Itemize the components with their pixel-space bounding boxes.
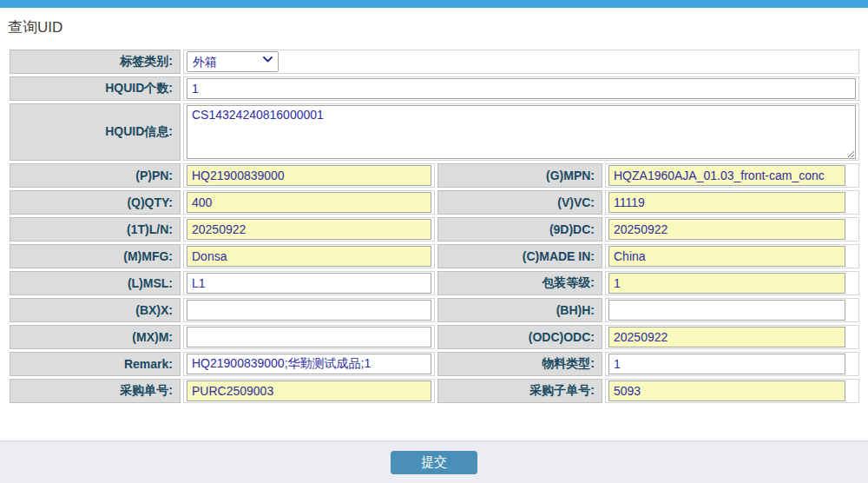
purchase-order-cell bbox=[183, 379, 435, 403]
bx-x-cell bbox=[183, 298, 435, 322]
package-level-label: 包装等级: bbox=[437, 271, 602, 295]
ln-cell bbox=[183, 217, 435, 242]
field-row: Remark:物料类型: bbox=[10, 352, 859, 376]
purchase-sub-order-cell bbox=[605, 379, 859, 403]
field-row: (MX)M:(ODC)ODC: bbox=[10, 325, 859, 349]
odc-cell bbox=[605, 325, 859, 349]
vc-input[interactable] bbox=[608, 192, 845, 213]
pn-cell bbox=[183, 163, 435, 188]
msl-label: (L)MSL: bbox=[10, 271, 181, 295]
purchase-sub-order-input[interactable] bbox=[608, 380, 845, 401]
odc-label: (ODC)ODC: bbox=[437, 325, 602, 349]
package-level-input[interactable] bbox=[608, 273, 845, 294]
hquid-info-label: HQUID信息: bbox=[10, 103, 181, 161]
footer-bar: 提交 bbox=[0, 440, 868, 483]
label-type-select[interactable]: 外箱 bbox=[187, 51, 279, 72]
mfg-cell bbox=[183, 244, 435, 268]
bh-h-input[interactable] bbox=[608, 300, 845, 321]
mfg-input[interactable] bbox=[187, 246, 431, 267]
bh-h-label: (BH)H: bbox=[437, 298, 602, 322]
mpn-input[interactable] bbox=[608, 165, 845, 186]
ln-input[interactable] bbox=[187, 219, 431, 240]
hquid-info-cell: CS14324240816000001 bbox=[183, 103, 859, 161]
field-row: (L)MSL:包装等级: bbox=[10, 271, 859, 295]
material-type-label: 物料类型: bbox=[437, 352, 602, 376]
mpn-label: (G)MPN: bbox=[437, 163, 602, 188]
vc-cell bbox=[605, 190, 859, 215]
label-type-select-wrap: 外箱 bbox=[187, 51, 279, 72]
package-level-cell bbox=[605, 271, 859, 295]
label-type-cell: 外箱 bbox=[183, 50, 859, 74]
page-title: 查询UID bbox=[8, 17, 868, 37]
remark-label: Remark: bbox=[10, 352, 181, 376]
ln-label: (1T)L/N: bbox=[10, 217, 181, 242]
material-type-input[interactable] bbox=[608, 354, 845, 374]
made-in-input[interactable] bbox=[608, 246, 845, 267]
made-in-label: (C)MADE IN: bbox=[437, 244, 602, 268]
pn-label: (P)PN: bbox=[10, 163, 181, 188]
dc-cell bbox=[605, 217, 859, 242]
hquid-info-textarea[interactable]: CS14324240816000001 bbox=[187, 105, 856, 159]
hquid-info-row: HQUID信息: CS14324240816000001 bbox=[10, 103, 859, 161]
mx-m-cell bbox=[183, 325, 435, 349]
mx-m-label: (MX)M: bbox=[10, 325, 181, 349]
mx-m-input[interactable] bbox=[187, 327, 431, 347]
label-type-row: 标签类别: 外箱 bbox=[10, 50, 859, 74]
purchase-order-input[interactable] bbox=[187, 380, 431, 401]
dc-input[interactable] bbox=[608, 219, 845, 240]
remark-input[interactable] bbox=[187, 354, 431, 374]
field-row: (BX)X:(BH)H: bbox=[10, 298, 859, 322]
field-row: (1T)L/N:(9D)DC: bbox=[10, 217, 859, 242]
vc-label: (V)VC: bbox=[437, 190, 602, 215]
hquid-count-row: HQUID个数: bbox=[10, 76, 859, 101]
qty-label: (Q)QTY: bbox=[10, 190, 181, 215]
purchase-sub-order-label: 采购子单号: bbox=[437, 379, 602, 403]
msl-input[interactable] bbox=[187, 273, 431, 294]
field-row: (M)MFG:(C)MADE IN: bbox=[10, 244, 859, 268]
made-in-cell bbox=[605, 244, 859, 268]
dc-label: (9D)DC: bbox=[437, 217, 602, 242]
bx-x-input[interactable] bbox=[187, 300, 431, 321]
qty-input[interactable] bbox=[187, 192, 431, 213]
mfg-label: (M)MFG: bbox=[10, 244, 181, 268]
form-table-body: 标签类别: 外箱 HQUID个数: HQUID信息: CS bbox=[10, 50, 859, 403]
top-accent-bar bbox=[0, 0, 868, 8]
label-type-label: 标签类别: bbox=[10, 50, 181, 74]
odc-input[interactable] bbox=[608, 327, 845, 347]
field-row: (P)PN:(G)MPN: bbox=[10, 163, 859, 188]
hquid-count-cell bbox=[183, 76, 859, 101]
field-row: (Q)QTY:(V)VC: bbox=[10, 190, 859, 215]
submit-button[interactable]: 提交 bbox=[391, 451, 477, 474]
bh-h-cell bbox=[605, 298, 859, 322]
remark-cell bbox=[183, 352, 435, 376]
uid-form-table: 标签类别: 外箱 HQUID个数: HQUID信息: CS bbox=[7, 47, 862, 406]
hquid-count-label: HQUID个数: bbox=[10, 76, 181, 101]
material-type-cell bbox=[605, 352, 859, 376]
msl-cell bbox=[183, 271, 435, 295]
mpn-cell bbox=[605, 163, 859, 188]
field-row: 采购单号:采购子单号: bbox=[10, 379, 859, 403]
pn-input[interactable] bbox=[187, 165, 431, 186]
bx-x-label: (BX)X: bbox=[10, 298, 181, 322]
qty-cell bbox=[183, 190, 435, 215]
hquid-count-input[interactable] bbox=[187, 78, 856, 99]
purchase-order-label: 采购单号: bbox=[10, 379, 181, 403]
